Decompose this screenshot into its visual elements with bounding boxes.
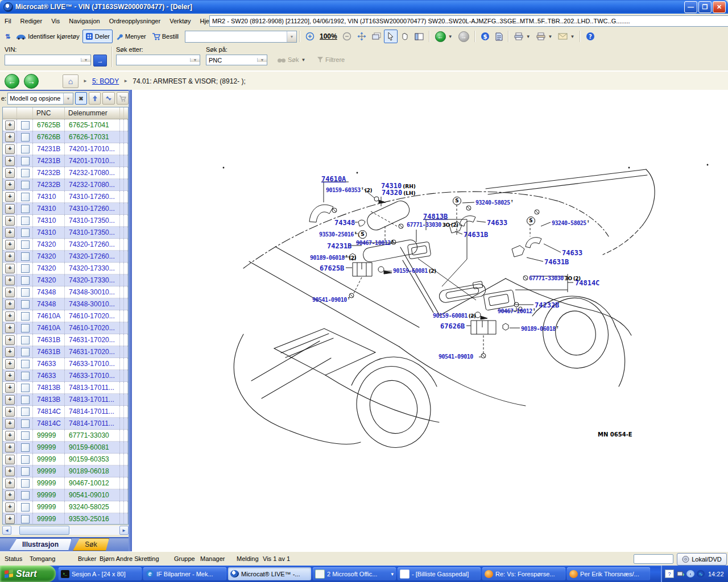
row-checkbox[interactable] bbox=[21, 276, 30, 285]
expand-button[interactable]: + bbox=[5, 383, 15, 393]
table-row[interactable]: +74813B74813-17011... bbox=[3, 394, 128, 406]
vin-input[interactable]: ▼ bbox=[5, 55, 91, 65]
send-button[interactable]: ▼ bbox=[555, 30, 577, 43]
column-header-pnc[interactable]: PNC bbox=[33, 107, 65, 119]
zoom-in-button[interactable] bbox=[303, 30, 317, 43]
expand-button[interactable]: + bbox=[5, 335, 15, 345]
zoom-level[interactable]: 100% bbox=[320, 32, 337, 40]
menu-item[interactable]: Vis bbox=[47, 15, 64, 27]
expand-button[interactable]: + bbox=[5, 252, 15, 261]
clock[interactable]: 14:22 bbox=[708, 571, 724, 577]
search-on-select[interactable]: PNC▼ bbox=[206, 55, 267, 65]
nav-forward-button[interactable]: → bbox=[24, 74, 39, 89]
clear-filter-button[interactable]: ✖ bbox=[75, 92, 87, 105]
row-checkbox[interactable] bbox=[21, 264, 30, 273]
pointer-tool-button[interactable] bbox=[384, 30, 398, 43]
row-checkbox[interactable] bbox=[21, 408, 30, 416]
expand-button[interactable]: + bbox=[5, 347, 15, 357]
media-source-button[interactable]: Lokal/DVD bbox=[677, 553, 727, 566]
cascade-button[interactable] bbox=[369, 30, 384, 43]
table-row[interactable]: +9999967771-33030 bbox=[3, 430, 128, 442]
taskbar-button[interactable]: Microcat® LIVE™ -... bbox=[228, 567, 311, 580]
menu-item[interactable]: Fil bbox=[0, 15, 16, 27]
illustration-area[interactable]: 74610A90159-60353↑(2)74310(RH)74320(LH)9… bbox=[132, 90, 728, 551]
table-row[interactable]: +7432074320-17260... bbox=[3, 239, 128, 251]
chevron-down-icon[interactable]: ▼ bbox=[526, 34, 531, 39]
table-row[interactable]: +9999990467-10012 bbox=[3, 477, 128, 489]
restore-button[interactable]: ❐ bbox=[698, 1, 712, 13]
print-button[interactable]: ▼ bbox=[511, 30, 533, 43]
search-button[interactable]: Søk▼ bbox=[274, 53, 308, 66]
expand-button[interactable]: + bbox=[5, 311, 15, 321]
table-row[interactable]: +74610A74610-17020... bbox=[3, 310, 128, 322]
taskbar-button[interactable]: Per Erik Thorsnæs/... bbox=[567, 567, 650, 580]
vehicle-info-field[interactable]: MR2 - SW20 (8912-9908) [211220], 04/06/1… bbox=[209, 15, 728, 27]
order-button[interactable]: Bestill bbox=[149, 30, 181, 43]
expand-button[interactable]: + bbox=[5, 192, 15, 202]
breadcrumb-section-link[interactable]: 5: BODY bbox=[92, 77, 119, 85]
add-to-order-button[interactable] bbox=[117, 92, 129, 105]
taskbar-button[interactable]: IF Bilpartner - Mek... bbox=[143, 567, 226, 580]
row-checkbox[interactable] bbox=[21, 133, 30, 142]
chevron-down-icon[interactable]: ▼ bbox=[190, 58, 200, 62]
row-checkbox[interactable] bbox=[21, 145, 30, 153]
expand-button[interactable]: + bbox=[5, 371, 15, 381]
expand-button[interactable]: + bbox=[5, 395, 15, 405]
chevron-down-icon[interactable]: ▼ bbox=[257, 58, 267, 62]
expand-button[interactable]: + bbox=[5, 443, 15, 452]
menu-item[interactable]: Verktøy bbox=[165, 15, 195, 27]
toolbar-combo[interactable]: ▼ bbox=[185, 31, 297, 43]
row-checkbox[interactable] bbox=[21, 336, 30, 344]
row-checkbox[interactable] bbox=[21, 240, 30, 249]
table-row[interactable]: +67625B67625-17041 bbox=[3, 119, 128, 131]
chevron-down-icon[interactable]: ▼ bbox=[63, 93, 73, 104]
status-input[interactable] bbox=[634, 554, 673, 564]
expand-button[interactable]: + bbox=[5, 419, 15, 429]
expand-button[interactable]: + bbox=[5, 407, 15, 417]
expand-button[interactable]: + bbox=[5, 490, 15, 500]
filter-select[interactable]: Modell og opsjone▼ bbox=[7, 93, 73, 105]
row-checkbox[interactable] bbox=[21, 491, 30, 500]
expand-button[interactable]: + bbox=[5, 156, 15, 166]
table-row[interactable]: +7431074310-17260... bbox=[3, 191, 128, 203]
expand-button[interactable]: + bbox=[5, 132, 15, 142]
table-row[interactable]: +7432074320-17330... bbox=[3, 275, 128, 286]
back-button[interactable]: ←▼ bbox=[432, 30, 456, 43]
row-checkbox[interactable] bbox=[21, 443, 30, 452]
horizontal-scrollbar[interactable]: ◄ ► bbox=[2, 526, 129, 535]
expand-button[interactable]: + bbox=[5, 264, 15, 273]
expand-button[interactable]: + bbox=[5, 276, 15, 285]
row-checkbox[interactable] bbox=[21, 121, 30, 130]
start-button[interactable]: Start bbox=[0, 566, 56, 582]
row-checkbox[interactable] bbox=[21, 360, 30, 368]
zoom-out-button[interactable] bbox=[340, 30, 354, 43]
filter-button[interactable]: Filtrere bbox=[314, 53, 348, 66]
panels-button[interactable] bbox=[412, 30, 427, 43]
row-checkbox[interactable] bbox=[21, 181, 30, 189]
table-row[interactable]: +7434874348-30010... bbox=[3, 298, 128, 310]
table-row[interactable]: +7431074310-17260... bbox=[3, 203, 128, 215]
table-row[interactable]: +74232B74232-17080... bbox=[3, 179, 128, 191]
expand-button[interactable]: + bbox=[5, 120, 15, 130]
expand-button[interactable]: + bbox=[5, 323, 15, 333]
table-row[interactable]: +9999993240-58025 bbox=[3, 501, 128, 513]
taskbar-button[interactable]: - [Billiste Gasspedal] bbox=[398, 567, 481, 580]
expand-button[interactable]: + bbox=[5, 502, 15, 512]
row-checkbox[interactable] bbox=[21, 515, 30, 523]
expand-button[interactable]: + bbox=[5, 455, 15, 464]
tray-help-icon[interactable]: ? bbox=[665, 569, 674, 578]
table-row[interactable]: +7432074320-17330... bbox=[3, 263, 128, 275]
row-checkbox[interactable] bbox=[21, 205, 30, 213]
help-button[interactable]: ? bbox=[583, 30, 598, 43]
row-checkbox[interactable] bbox=[21, 479, 30, 488]
expand-button[interactable]: + bbox=[5, 204, 15, 214]
quick-print-button[interactable]: ▼ bbox=[533, 30, 556, 43]
forward-button[interactable]: → bbox=[456, 30, 472, 43]
table-row[interactable]: +74610A74610-17020... bbox=[3, 322, 128, 334]
tray-hardware-icon[interactable] bbox=[676, 570, 684, 577]
row-checkbox[interactable] bbox=[21, 348, 30, 356]
row-checkbox[interactable] bbox=[21, 288, 30, 297]
expand-button[interactable]: + bbox=[5, 228, 15, 238]
scrollbar-thumb[interactable] bbox=[19, 526, 69, 535]
chevron-down-icon[interactable]: ▼ bbox=[81, 58, 90, 62]
